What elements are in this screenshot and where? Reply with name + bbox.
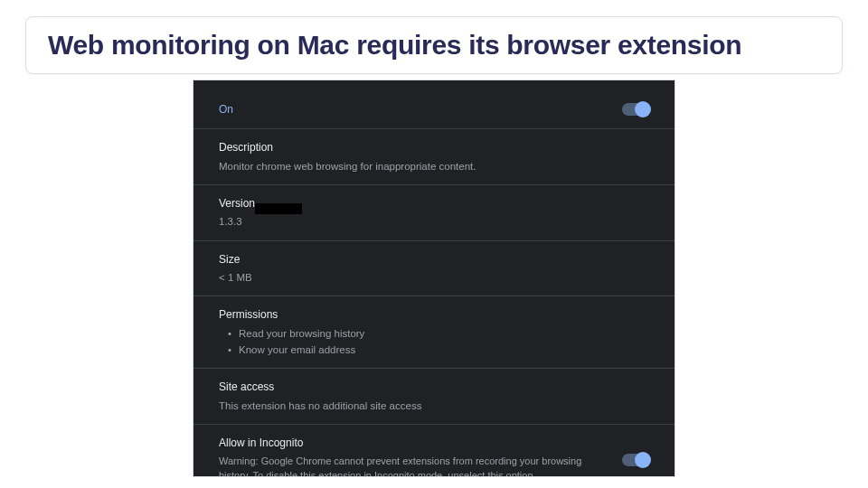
size-label: Size	[219, 252, 649, 267]
on-toggle[interactable]	[622, 103, 649, 116]
list-item: Know your email address	[228, 343, 649, 357]
incognito-text-block: Allow in Incognito Warning: Google Chrom…	[219, 436, 599, 477]
site-access-value: This extension has no additional site ac…	[219, 399, 649, 413]
size-value: < 1 MB	[219, 270, 649, 285]
description-value: Monitor chrome web browsing for inapprop…	[219, 159, 649, 174]
permissions-section: Permissions Read your browsing history K…	[193, 296, 675, 369]
incognito-warning: Warning: Google Chrome cannot prevent ex…	[219, 455, 599, 477]
description-section: Description Monitor chrome web browsing …	[193, 129, 675, 185]
on-toggle-row: On	[193, 80, 675, 129]
caption-title: Web monitoring on Mac requires its brows…	[48, 30, 820, 61]
caption-card: Web monitoring on Mac requires its brows…	[25, 16, 843, 74]
incognito-section: Allow in Incognito Warning: Google Chrom…	[193, 425, 675, 477]
description-label: Description	[219, 140, 649, 155]
permissions-list: Read your browsing history Know your ema…	[219, 326, 649, 357]
version-value: 1.3.3	[219, 214, 649, 229]
on-label: On	[219, 102, 233, 117]
list-item: Read your browsing history	[228, 326, 649, 341]
incognito-toggle[interactable]	[622, 454, 649, 466]
size-section: Size < 1 MB	[193, 241, 675, 297]
redaction-block	[255, 203, 302, 214]
extension-panel-frame: On Description Monitor chrome web browsi…	[193, 80, 675, 477]
permissions-label: Permissions	[219, 307, 649, 323]
site-access-section: Site access This extension has no additi…	[193, 369, 675, 425]
site-access-label: Site access	[219, 380, 649, 395]
extension-settings-panel: On Description Monitor chrome web browsi…	[193, 80, 675, 476]
incognito-label: Allow in Incognito	[219, 436, 599, 451]
